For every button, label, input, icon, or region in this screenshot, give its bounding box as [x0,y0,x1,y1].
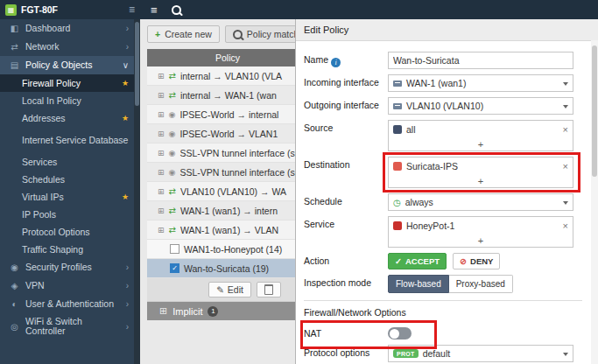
remove-source-icon[interactable]: × [563,124,568,135]
schedule-field-row: Schedule ◷ always [304,193,582,211]
policy-objects-icon: ▤ [9,60,20,70]
protocol-options-value: default [423,348,451,359]
row-checkbox-checked[interactable]: ✓ [170,263,179,273]
sidebar-item-firewall-policy[interactable]: Firewall Policy ★ [0,74,134,92]
source-entry-box: all × + [388,120,573,151]
edit-button[interactable]: ✎ Edit [208,282,251,298]
remove-destination-icon[interactable]: × [563,161,568,172]
sidebar-item-addresses[interactable]: Addresses ★ [0,109,134,127]
expand-icon[interactable]: ⊞ [158,226,165,234]
source-label: Source [304,120,388,151]
sidebar-item-policy-objects[interactable]: ▤ Policy & Objects ∨ [0,56,134,74]
inspection-mode-row: Inspection mode Flow-basedProxy-based [304,275,582,293]
expand-icon[interactable]: ⊞ [158,187,165,196]
expand-icon[interactable]: ⊞ [158,206,165,215]
interface-pair-icon: ⇄ [169,225,176,234]
expand-icon[interactable]: ⊞ [158,149,165,158]
protocol-options-select[interactable]: PROT default [388,345,573,362]
policy-column-header[interactable]: Policy [147,52,240,63]
expand-icon[interactable]: ⊞ [158,130,165,138]
service-entry[interactable]: HoneyPot-1 × [389,217,573,234]
policy-row-label: SSL-VPN tunnel interface (ss [179,167,299,178]
sidebar-item-services[interactable]: Services [0,153,134,171]
firewall-network-options-section-title: Firewall/Network Options [304,300,582,318]
service-field-row: Service HoneyPot-1 × + [304,216,582,248]
policy-row-label: Wan-to-Suricata (19) [184,263,269,274]
expand-icon[interactable]: ⊞ [158,168,165,177]
nat-toggle-knob [390,329,399,339]
create-new-button[interactable]: + Create new [147,25,220,43]
check-icon: ✓ [395,256,402,266]
dropdown-caret-icon [563,82,568,86]
expand-icon[interactable]: ⊞ [158,72,165,80]
remove-service-icon[interactable]: × [563,220,568,231]
sidebar-item-vpn[interactable]: ◈ VPN › [0,276,134,295]
panel-scrollbar-thumb[interactable] [592,46,597,177]
implicit-count-badge: 1 [208,306,218,317]
outgoing-interface-label: Outgoing interface [304,97,388,115]
proxy-based-button[interactable]: Proxy-based [449,275,513,293]
policy-row-label: internal → WAN-1 (wan [180,90,277,101]
accept-button[interactable]: ✓ ACCEPT [388,253,447,270]
prot-badge: PROT [393,349,419,358]
schedule-label: Schedule [304,193,388,211]
sidebar-item-internet-service-database[interactable]: Internet Service Database [0,127,134,153]
sidebar-item-security-profiles[interactable]: ◉ Security Profiles › [0,258,134,276]
sidebar-item-label: Protocol Options [22,228,129,237]
sidebar-item-label: Services [22,158,129,167]
panel-scrollbar[interactable] [591,40,598,364]
sidebar-item-ip-pools[interactable]: IP Pools [0,206,134,223]
action-field-row: Action ✓ ACCEPT ⊘ DENY [304,253,582,270]
sidebar-item-traffic-shaping[interactable]: Traffic Shaping [0,241,134,258]
favorite-star-icon[interactable]: ★ [122,79,129,88]
expand-icon[interactable]: ⊞ [158,110,165,119]
chevron-right-icon: › [126,281,129,290]
info-icon[interactable]: i [331,58,341,67]
delete-button[interactable] [257,282,281,298]
sidebar-item-network[interactable]: ⇄ Network › [0,38,134,56]
name-field-row: Namei [304,52,582,69]
edit-button-label: Edit [228,284,243,295]
sidebar-scrollbar[interactable] [134,19,140,364]
sidebar-scrollbar-thumb[interactable] [135,22,139,106]
source-entry[interactable]: all × [389,121,573,137]
sidebar-item-user-authentication[interactable]: ◐ User & Authentication › [0,295,134,313]
search-icon[interactable] [172,5,181,15]
outgoing-interface-select[interactable]: VLAN10 (VLAN10) [388,97,573,115]
interface-pair-icon: ⇄ [169,186,176,196]
accept-label: ACCEPT [405,256,440,266]
favorite-star-icon[interactable]: ★ [122,192,129,201]
incoming-interface-select[interactable]: WAN-1 (wan1) [388,74,573,92]
schedule-select[interactable]: ◷ always [388,193,573,211]
name-input[interactable] [388,52,573,69]
row-checkbox[interactable] [170,244,179,254]
sidebar-item-wifi-switch-controller[interactable]: ◎ WiFi & Switch Controller › [0,313,134,340]
expand-icon[interactable]: ⊞ [158,91,165,100]
panel-title: Edit Policy [296,19,598,41]
sidebar-item-protocol-options[interactable]: Protocol Options [0,223,134,241]
chevron-right-icon: › [126,24,129,33]
sidebar-item-schedules[interactable]: Schedules [0,171,134,188]
address-all-icon [393,125,402,134]
interface-pair-icon: ⇄ [169,71,176,80]
add-destination-button[interactable]: + [389,174,573,187]
favorite-star-icon[interactable]: ★ [122,114,129,122]
deny-label: DENY [470,256,493,266]
app-window: ▦ FGT-80F ≡ ◧ Dashboard › ⇄ Network › ▤ … [0,0,598,364]
destination-entry[interactable]: Suricata-IPS × [389,158,573,174]
flow-based-button[interactable]: Flow-based [388,275,449,293]
service-value: HoneyPot-1 [406,220,454,231]
deny-button[interactable]: ⊘ DENY [453,253,500,270]
sidebar-item-virtual-ips[interactable]: Virtual IPs ★ [0,188,134,206]
vpn-icon: ◈ [9,281,20,290]
sidebar-item-dashboard[interactable]: ◧ Dashboard › [0,19,134,38]
sidebar-collapse-icon[interactable]: ≡ [129,4,135,16]
sidebar-item-label: Local In Policy [22,96,129,106]
sidebar-item-local-in-policy[interactable]: Local In Policy [0,92,134,109]
nat-toggle[interactable] [388,327,412,340]
chevron-right-icon: › [126,42,129,52]
hamburger-menu-icon[interactable]: ≡ [151,4,158,17]
expand-icon[interactable]: ⊞ [159,305,167,317]
add-service-button[interactable]: + [389,234,573,247]
add-source-button[interactable]: + [389,137,573,150]
